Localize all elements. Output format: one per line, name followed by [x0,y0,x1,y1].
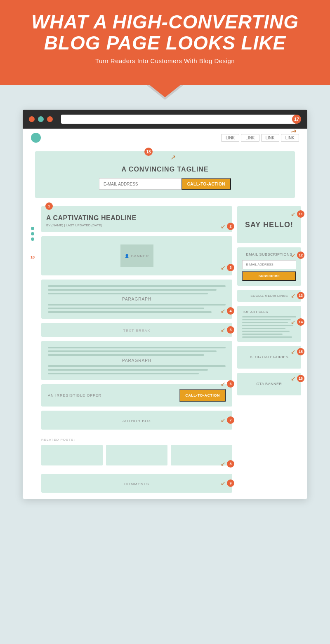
browser-badge-17: 17 [292,115,301,124]
social-arrow-13-icon: ↙ [291,292,296,299]
browser-mockup: 17 ↗ LINK LINK LINK LINK 18 ↗ A CON [23,110,307,499]
cta-banner-card: CTA BANNER ↙ 16 [237,373,301,395]
browser-dot-red [29,116,35,122]
site-logo[interactable] [31,133,41,143]
post-arrow-2-icon: ↙ [221,223,226,230]
post-badge-5: 5 [227,326,234,334]
cta-arrow-6-icon: ↙ [221,381,226,387]
blog-categories-text: BLOG CATEGORIES [250,355,288,359]
comments-arrow-9-icon: ↙ [221,480,226,487]
paragraph-1-label: PARAGRAPH [48,297,226,301]
sidebar-badge-12: 12 [297,251,304,259]
nav-link-1[interactable]: LINK [221,134,239,142]
browser-url-bar[interactable] [61,115,296,124]
para-lines-4 [48,365,226,374]
hero-cta-button[interactable]: CALL-TO-ACTION [182,178,231,190]
para-line [48,365,226,367]
para-line [48,304,226,306]
textbreak-arrow-5-icon: ↙ [221,327,226,333]
article-line [242,319,291,320]
left-sidebar-dots: 10 [29,206,36,493]
article-line [242,336,292,338]
post-badge-9: 9 [227,479,234,487]
top-articles-card: TOP ARTICLES ↙ [237,306,301,342]
para-lines-3 [48,347,226,356]
para-lines-2 [48,304,226,313]
cta-banner-text: CTA BANNER [257,382,282,386]
sidebar-badge-16: 16 [297,375,304,382]
post-badge-2: 2 [227,223,234,230]
author-card: AUTHOR BOX ↙ 7 [41,411,232,430]
sidebar-dot-1 [31,227,34,230]
post-badge-4: 4 [227,307,234,315]
article-line [242,316,296,317]
nav-link-4[interactable]: LINK [281,134,299,142]
browser-dot-green [38,116,44,122]
banner-icon: 👤 [125,254,130,258]
article-line [242,325,293,326]
emailsub-arrow-12-icon: ↙ [291,252,296,259]
hero-tagline: A CONVINCING TAGLINE [43,166,287,173]
social-card: SOCIAL MEDIA LINKS ↙ 13 [237,290,301,302]
subscribe-button[interactable]: SUBSCRIBE [242,271,296,281]
header-title: What a High-Converting Blog Page Looks L… [16,12,314,53]
related-posts-label: RELATED POSTS: [41,438,232,442]
email-sub-input[interactable] [242,260,296,269]
sidebar-badge-15: 15 [297,348,304,355]
sidebar-column: SAY HELLO! ↙ 11 EMAIL SUBSCRIPTIONS SUBS… [237,206,301,493]
text-break-label: TEXT BREAK [123,329,151,333]
ctabanner-arrow-16-icon: ↙ [291,375,296,382]
banner-card: 👤 BANNER ↙ 3 [41,236,232,275]
author-arrow-7-icon: ↙ [221,417,226,423]
sidebar-badge-11: 11 [297,210,304,218]
para-line [48,285,226,287]
header-banner: What a High-Converting Blog Page Looks L… [0,0,330,85]
post-badge-6: 6 [227,380,234,388]
article-line [242,322,288,323]
post-badge-8: 8 [227,460,234,468]
main-content: 17 ↗ LINK LINK LINK LINK 18 ↗ A CON [0,85,330,515]
author-label: AUTHOR BOX [123,419,151,423]
nav-link-3[interactable]: LINK [261,134,279,142]
site-content: LINK LINK LINK LINK 18 ↗ A CONVINCING TA… [23,129,307,499]
post-badge-7: 7 [227,416,234,424]
email-sub-title: EMAIL SUBSCRIPTIONS [242,252,296,256]
article-line [242,331,290,332]
blogcat-arrow-15-icon: ↙ [291,348,296,355]
site-nav: LINK LINK LINK LINK [23,129,307,147]
text-break-card: TEXT BREAK ↙ 5 [41,323,232,337]
header-arrow-decoration [148,84,182,97]
main-cta-button[interactable]: CALL-TO-ACTION [179,389,226,402]
nav-links: LINK LINK LINK LINK [221,134,299,142]
related-arrow-8-icon: ↙ [221,461,226,467]
email-sub-card: EMAIL SUBSCRIPTIONS SUBSCRIBE ↙ 12 [237,247,301,286]
article-line [242,328,285,329]
para-line [48,350,217,352]
sayhello-arrow-11-icon: ↙ [291,211,296,217]
hero-email-input[interactable] [99,178,182,190]
banner-placeholder: 👤 BANNER [120,244,153,267]
article-line [242,334,283,335]
paragraph-2-label: PARAGRAPH [48,358,226,363]
para-line [48,347,226,348]
header-subtitle: Turn Readers Into Customers With Blog De… [16,57,314,64]
paragraph-2-card: PARAGRAPH [41,341,232,380]
para-line [48,354,204,356]
post-headline: A CAPTIVATING HEADLINE [46,214,227,222]
para-line [48,311,212,313]
post-badge-3: 3 [227,264,234,271]
post-meta: BY (NAME) | LAST UPDATED (DATE) [46,223,227,227]
main-column: 1 A CAPTIVATING HEADLINE BY (NAME) | LAS… [41,206,232,493]
post-badge-1: 1 [45,202,53,210]
blog-categories-card: BLOG CATEGORIES ↙ 15 [237,346,301,369]
related-posts-section: RELATED POSTS: ↙ 8 [41,434,232,470]
content-layout: 10 1 A CAPTIVATING HEADLINE BY (NAME) | … [23,206,307,499]
sidebar-badge-14: 14 [297,318,304,326]
paragraph-1-card: PARAGRAPH ↙ 4 [41,280,232,319]
hero-arrow-icon: ↗ [170,153,176,161]
sidebar-badge-10: 10 [31,255,35,259]
banner-arrow-3-icon: ↙ [221,264,226,271]
nav-link-2[interactable]: LINK [241,134,259,142]
top-articles-title: TOP ARTICLES [242,310,296,314]
related-thumb-2 [106,445,167,465]
